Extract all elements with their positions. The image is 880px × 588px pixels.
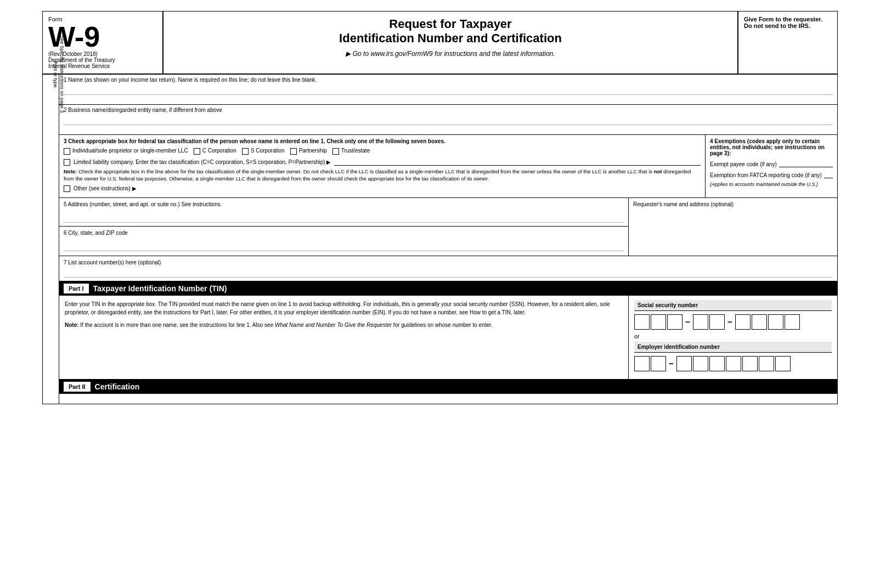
part1-note: Note: If the account is in more than one… — [65, 321, 623, 329]
field2-label: 2 Business name/disregarded entity name,… — [64, 107, 833, 113]
field6-label: 6 City, state, and ZIP code — [64, 230, 624, 236]
field5-input[interactable] — [64, 213, 624, 223]
form-title-line1: Request for Taxpayer Identification Numb… — [174, 17, 726, 46]
trust-checkbox[interactable] — [332, 148, 339, 155]
ssn-box-1[interactable] — [634, 314, 650, 330]
llc-input[interactable] — [334, 158, 701, 166]
field1-row: 1 Name (as shown on your income tax retu… — [59, 75, 837, 105]
ssn-box-5[interactable] — [709, 314, 725, 330]
field6-field: 6 City, state, and ZIP code — [59, 227, 628, 255]
s-corp-label: S Corporation — [251, 148, 285, 154]
part1-body: Enter your TIN in the appropriate box. T… — [59, 296, 837, 380]
partnership-label: Partnership — [299, 148, 327, 154]
ein-box-9[interactable] — [775, 356, 791, 371]
part1-left: Enter your TIN in the appropriate box. T… — [59, 296, 629, 379]
exempt-payee-label: Exempt payee code (if any) — [710, 161, 777, 167]
or-text: or — [634, 333, 832, 340]
s-corp-checkbox[interactable] — [242, 148, 249, 155]
field3-label: 3 Check appropriate box for federal tax … — [64, 138, 701, 144]
ein-box-5[interactable] — [709, 356, 725, 371]
exempt-payee-field: Exempt payee code (if any) — [710, 160, 833, 167]
ein-box-7[interactable] — [742, 356, 758, 371]
ein-dash: – — [667, 359, 675, 369]
checkbox-partnership: Partnership — [290, 148, 327, 155]
exempt-payee-input[interactable] — [779, 160, 833, 167]
requester-area: Requester's name and address (optional) — [629, 198, 837, 256]
checkbox-trust: Trust/estate — [332, 148, 370, 155]
part1-title: Taxpayer Identification Number (TIN) — [93, 284, 227, 293]
part1-body-text: Enter your TIN in the appropriate box. T… — [65, 300, 623, 316]
classification-left: 3 Check appropriate box for federal tax … — [59, 135, 706, 197]
field6-input[interactable] — [64, 241, 624, 251]
field1-input[interactable] — [64, 85, 833, 95]
other-label: Other (see instructions) ▶ — [74, 185, 137, 191]
ssn-box-7[interactable] — [752, 314, 767, 330]
part2-header: Part II Certification — [59, 380, 837, 394]
ein-boxes: – — [634, 356, 832, 371]
field4-label: 4 Exemptions (codes apply only to certai… — [710, 138, 833, 156]
fatca-note: (Applies to accounts maintained outside … — [710, 182, 833, 187]
w9-form: Form W-9 (Rev. October 2018) Department … — [42, 11, 838, 404]
llc-row: Limited liability company. Enter the tax… — [64, 158, 701, 166]
field5-field: 5 Address (number, street, and apt. or s… — [59, 198, 628, 227]
form-body: Print or type. See Specific Instructions… — [43, 75, 837, 404]
address-left: 5 Address (number, street, and apt. or s… — [59, 198, 629, 256]
header-right: Give Form to the requester. Do not send … — [738, 12, 837, 74]
ssn-boxes: – – — [634, 314, 832, 330]
note-content: Check the appropriate box in the line ab… — [64, 168, 691, 182]
part1-right: Social security number – – — [629, 296, 837, 379]
ein-label: Employer identification number — [634, 342, 832, 353]
form-main: 1 Name (as shown on your income tax retu… — [59, 75, 837, 404]
part2-badge: Part II — [64, 382, 91, 392]
c-corp-label: C Corporation — [202, 148, 236, 154]
ein-box-6[interactable] — [726, 356, 741, 371]
ssn-box-2[interactable] — [651, 314, 666, 330]
address-section: 5 Address (number, street, and apt. or s… — [59, 198, 837, 256]
field2-row: 2 Business name/disregarded entity name,… — [59, 105, 837, 135]
field7-input[interactable] — [64, 268, 833, 278]
field7-label: 7 List account number(s) here (optional) — [64, 259, 833, 265]
llc-label: Limited liability company. Enter the tax… — [74, 159, 331, 165]
individual-label: Individual/sole proprietor or single-mem… — [72, 148, 188, 154]
ein-box-8[interactable] — [759, 356, 774, 371]
ssn-box-9[interactable] — [785, 314, 800, 330]
checkbox-individual: Individual/sole proprietor or single-mem… — [64, 148, 188, 155]
fatca-label: Exemption from FATCA reporting code (if … — [710, 172, 822, 178]
checkbox-s-corp: S Corporation — [242, 148, 285, 155]
ssn-dash-2: – — [726, 317, 734, 327]
ssn-box-8[interactable] — [768, 314, 783, 330]
ssn-label: Social security number — [634, 300, 832, 311]
c-corp-checkbox[interactable] — [194, 148, 200, 155]
part1-header: Part I Taxpayer Identification Number (T… — [59, 281, 837, 296]
field5-label: 5 Address (number, street, and apt. or s… — [64, 201, 624, 207]
ssn-dash-1: – — [684, 317, 692, 327]
form-header: Form W-9 (Rev. October 2018) Department … — [43, 12, 837, 75]
field7-row: 7 List account number(s) here (optional) — [59, 256, 837, 281]
part2-title: Certification — [95, 382, 140, 391]
classification-area: 3 Check appropriate box for federal tax … — [59, 135, 837, 198]
form-subtitle: ▶ Go to www.irs.gov/FormW9 for instructi… — [174, 50, 726, 58]
ein-box-3[interactable] — [676, 356, 692, 371]
ein-box-4[interactable] — [693, 356, 708, 371]
note-text: Note: Check the appropriate box in the l… — [64, 168, 701, 183]
fatca-input[interactable] — [824, 171, 833, 178]
part1-badge: Part I — [64, 284, 89, 293]
trust-label: Trust/estate — [341, 148, 370, 154]
requester-label: Requester's name and address (optional) — [633, 201, 833, 207]
requester-input[interactable] — [633, 208, 833, 252]
fatca-field: Exemption from FATCA reporting code (if … — [710, 171, 833, 178]
field2-input[interactable] — [64, 115, 833, 125]
field1-label: 1 Name (as shown on your income tax retu… — [64, 77, 833, 83]
classification-right: 4 Exemptions (codes apply only to certai… — [706, 135, 837, 197]
ssn-box-4[interactable] — [693, 314, 708, 330]
header-center: Request for Taxpayer Identification Numb… — [163, 12, 738, 74]
form-sidebar: Print or type. See Specific Instructions… — [43, 75, 59, 404]
ein-box-1[interactable] — [634, 356, 650, 371]
ein-box-2[interactable] — [651, 356, 666, 371]
checkboxes-row1: Individual/sole proprietor or single-mem… — [64, 148, 701, 155]
ssn-box-6[interactable] — [735, 314, 751, 330]
partnership-checkbox[interactable] — [290, 148, 297, 155]
sidebar-text: Print or type. See Specific Instructions… — [51, 0, 67, 239]
other-row: Other (see instructions) ▶ — [64, 185, 701, 192]
ssn-box-3[interactable] — [667, 314, 682, 330]
